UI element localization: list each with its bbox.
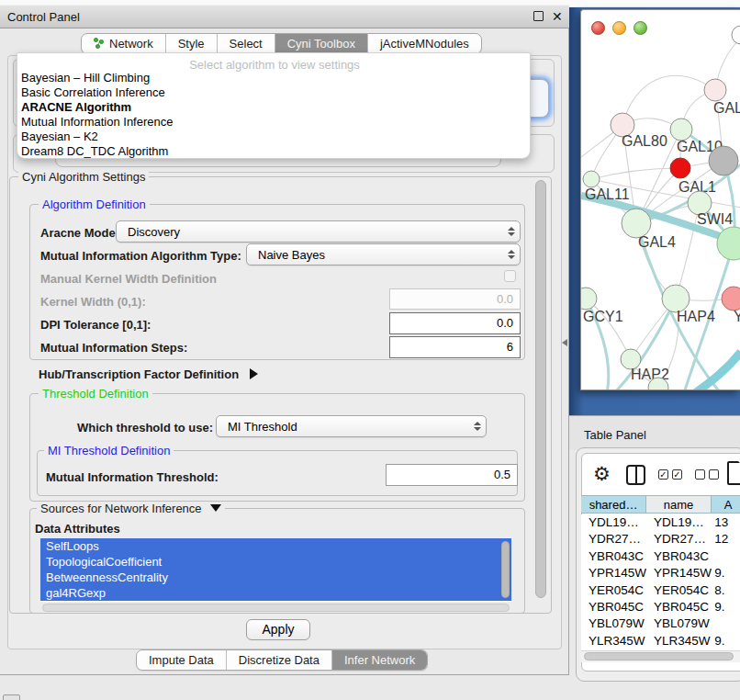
settings-scrollbar[interactable] [535,180,546,598]
gear-icon[interactable]: ⚙ [593,463,611,485]
algorithm-dropdown-popup: Select algorithm to view settings Bayesi… [17,52,531,159]
tab-label: Style [178,34,205,53]
manual-kernel-checkbox[interactable] [504,270,516,282]
table-row[interactable]: YER054CYER054C8. [581,582,740,599]
mi-threshold-label: Mutual Information Threshold: [46,470,219,484]
table-row[interactable]: YDL19…YDL19…13 [581,514,740,531]
aracne-mode-combo[interactable]: Discovery [116,220,521,243]
algorithm-option[interactable]: ARACNE Algorithm [21,100,131,115]
dpi-tolerance-field[interactable]: 0.0 [389,312,521,334]
attribute-list-vscrollbar[interactable] [501,541,510,598]
table-cell: 12 [712,531,740,548]
tab-discretize-data[interactable]: Discretize Data [227,650,332,670]
split-pane-collapse-icon[interactable] [562,339,567,346]
tab-impute-data[interactable]: Impute Data [137,650,227,670]
panel-title: Control Panel [7,10,80,24]
attribute-list-hscrollbar[interactable] [42,604,510,612]
table-cell: YBL079W [581,615,646,632]
network-node-gal[interactable] [704,79,726,101]
control-panel-titlebar [0,5,569,28]
table-cell: YDL19… [581,514,646,531]
deselect-all-icon[interactable] [695,469,719,480]
aracne-mode-label: Aracne Mode: [40,226,119,240]
threshold-definition-title: Threshold Definition [39,388,152,400]
mi-steps-label: Mutual Information Steps: [40,341,187,355]
data-attributes-list[interactable]: SelfLoopsTopologicalCoefficientBetweenne… [40,538,511,602]
kernel-width-label: Kernel Width (0,1): [40,295,146,309]
table-header-row: shared…nameA [581,495,740,514]
attribute-item[interactable]: BetweennessCentrality [40,570,511,585]
table-hscrollbar[interactable] [584,652,734,660]
tab-style[interactable]: Style [166,34,218,53]
close-window-icon[interactable] [591,21,605,35]
algorithm-option[interactable]: Mutual Information Inference [21,115,173,130]
algorithm-option[interactable]: Bayesian – K2 [21,130,98,144]
column-header-2[interactable]: name [646,496,712,513]
tab-network[interactable]: Network [82,34,166,53]
sources-group-toggle[interactable]: Sources for Network Inference [37,502,225,514]
attribute-item[interactable]: SelfLoops [40,538,511,554]
float-panel-icon[interactable] [533,11,544,21]
mi-type-combo[interactable]: Naive Bayes [246,243,521,265]
mi-type-label: Mutual Information Algorithm Type: [40,249,241,263]
close-icon[interactable]: ✕ [552,9,563,24]
network-node-gal11[interactable] [583,171,600,187]
tab-jactivemnodules[interactable]: jActiveMNodules [368,34,481,53]
tab-select[interactable]: Select [218,34,275,53]
network-node[interactable] [732,26,740,44]
network-node[interactable] [717,227,740,260]
network-canvas[interactable]: GALGAL80GAL10GAL1GAL11SWI4GAL4GCY1HAP4YH… [581,10,740,390]
network-edge[interactable] [591,168,680,179]
network-node-gal10[interactable] [670,119,692,141]
collapse-down-icon [210,504,221,512]
algorithm-option[interactable]: Dream8 DC_TDC Algorithm [21,144,168,159]
apply-button[interactable]: Apply [246,619,310,640]
select-all-icon[interactable]: ✓✓ [658,469,682,480]
sources-title: Sources for Network Inference [40,502,202,515]
network-edge[interactable] [695,352,740,390]
export-table-icon[interactable] [727,461,740,485]
tab-label: Impute Data [149,650,214,670]
zoom-window-icon[interactable] [633,21,647,35]
hub-definition-toggle[interactable]: Hub/Transcription Factor Definition [39,367,258,381]
attribute-item[interactable]: TopologicalCoefficient [40,554,511,570]
minimized-panel-button[interactable] [3,694,20,700]
tab-cyni-toolbox[interactable]: Cyni Toolbox [275,34,368,53]
attribute-item[interactable]: gal4RGexp [40,585,511,601]
table-body: YDL19…YDL19…13YDR27…YDR27…12YBR043CYBR04… [581,514,740,650]
which-threshold-label: Which threshold to use: [77,421,213,435]
mi-type-value: Naive Bayes [247,248,503,262]
which-threshold-combo[interactable]: MI Threshold [216,415,487,437]
network-view-window[interactable]: GALGAL80GAL10GAL1GAL11SWI4GAL4GCY1HAP4YH… [580,9,740,390]
network-node-y[interactable] [722,287,740,310]
network-node-gal1[interactable] [670,158,690,178]
table-row[interactable]: YPR145WYPR145W9. [581,565,740,581]
table-row[interactable]: YBL079WYBL079W [581,615,740,632]
spinner-arrows-icon [503,227,520,236]
column-header-1[interactable]: shared… [581,496,646,513]
table-cell: 13 [712,514,740,531]
table-cell: YER054C [581,582,646,599]
expand-right-icon [250,368,258,379]
algorithm-option[interactable]: Basic Correlation Inference [21,85,165,100]
table-row[interactable]: YBR045CYBR045C9. [581,599,740,615]
data-attributes-label: Data Attributes [35,522,120,536]
table-cell: YPR145W [581,565,646,581]
mi-threshold-field[interactable]: 0.5 [386,464,518,486]
dpi-tolerance-label: DPI Tolerance [0,1]: [40,318,151,332]
minimize-window-icon[interactable] [612,21,626,35]
columns-icon[interactable] [626,465,645,485]
settings-group-title: Cyni Algorithm Settings [18,171,149,183]
column-header-3[interactable]: A [712,496,740,513]
table-cell: YBL079W [646,615,712,632]
node-label: Y [734,309,740,324]
network-node[interactable] [709,146,738,175]
table-cell: YBR043C [646,548,712,565]
mi-steps-field[interactable]: 6 [389,336,521,358]
table-row[interactable]: YBR043CYBR043C [581,548,740,565]
tab-infer-network[interactable]: Infer Network [332,650,427,670]
table-row[interactable]: YLR345WYLR345W9. [581,633,740,649]
algorithm-option[interactable]: Bayesian – Hill Climbing [21,71,150,85]
table-row[interactable]: YDR27…YDR27…12 [581,531,740,548]
network-edge[interactable] [622,76,715,125]
